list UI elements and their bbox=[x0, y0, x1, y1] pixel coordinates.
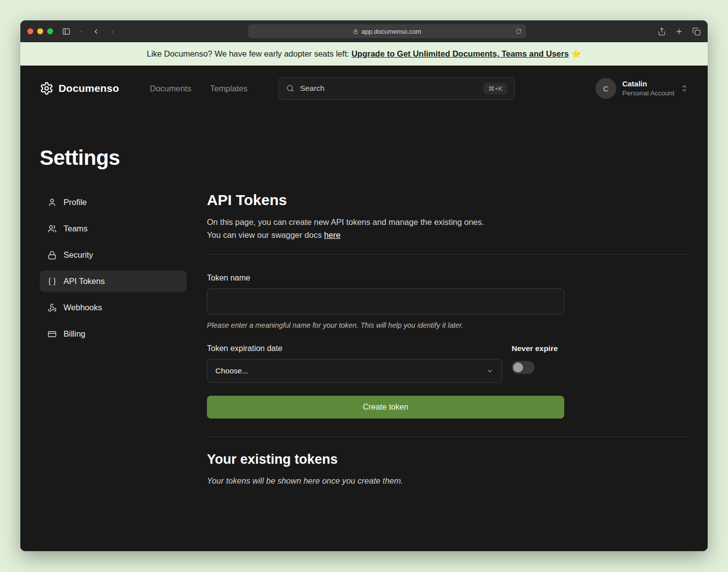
star-emoji: ⭐ bbox=[571, 49, 582, 58]
account-menu[interactable]: C Catalin Personal Account bbox=[596, 78, 688, 99]
lock-icon bbox=[48, 251, 57, 260]
browser-toolbar: app.documenso.com bbox=[20, 20, 708, 42]
zoom-window-button[interactable] bbox=[47, 28, 53, 34]
token-name-help: Please enter a meaningful name for your … bbox=[207, 321, 688, 329]
sidebar-item-security[interactable]: Security bbox=[40, 244, 187, 266]
never-expire-toggle[interactable] bbox=[512, 361, 534, 374]
search-label: Search bbox=[300, 84, 478, 93]
users-icon bbox=[48, 224, 57, 233]
section-description: On this page, you can create new API tok… bbox=[207, 215, 688, 241]
sidebar-toggle-icon[interactable] bbox=[62, 27, 70, 36]
sidebar-item-label: Profile bbox=[64, 198, 87, 207]
banner-text: Like Documenso? We have few early adopte… bbox=[147, 49, 351, 58]
settings-nav: Profile Teams Security bbox=[40, 192, 187, 486]
sidebar-chevron-icon[interactable] bbox=[78, 29, 84, 34]
forward-button[interactable] bbox=[108, 27, 117, 36]
braces-icon bbox=[48, 277, 57, 286]
account-type: Personal Account bbox=[622, 89, 674, 98]
token-name-input[interactable] bbox=[207, 288, 564, 314]
documenso-logo-icon bbox=[40, 81, 54, 95]
close-window-button[interactable] bbox=[27, 28, 33, 34]
expiration-selected-value: Choose... bbox=[215, 366, 248, 375]
sidebar-item-teams[interactable]: Teams bbox=[40, 218, 187, 239]
existing-tokens-empty-text: Your tokens will be shown here once you … bbox=[207, 476, 688, 486]
avatar: C bbox=[596, 78, 616, 99]
brand[interactable]: Documenso bbox=[40, 81, 119, 95]
toggle-knob bbox=[513, 362, 523, 372]
sidebar-item-label: Billing bbox=[64, 329, 85, 339]
url-text: app.documenso.com bbox=[361, 28, 421, 35]
divider bbox=[207, 436, 688, 437]
section-heading: API Tokens bbox=[207, 192, 688, 209]
app-page: Documenso Documents Templates Search ⌘+K… bbox=[20, 66, 708, 551]
upgrade-link[interactable]: Upgrade to Get Unlimited Documents, Team… bbox=[351, 49, 569, 58]
brand-name: Documenso bbox=[59, 82, 119, 94]
sidebar-item-label: Teams bbox=[64, 224, 88, 233]
swagger-docs-link[interactable]: here bbox=[324, 230, 340, 239]
expiration-select[interactable]: Choose... bbox=[207, 359, 502, 383]
chevrons-up-down-icon bbox=[680, 84, 688, 92]
create-token-button[interactable]: Create token bbox=[207, 396, 564, 419]
nav-templates[interactable]: Templates bbox=[210, 84, 247, 93]
window-controls bbox=[27, 28, 53, 34]
account-name: Catalin bbox=[622, 79, 674, 89]
ssl-lock-icon bbox=[353, 29, 358, 34]
search-shortcut-badge: ⌘+K bbox=[483, 83, 507, 94]
minimize-window-button[interactable] bbox=[37, 28, 43, 34]
back-button[interactable] bbox=[92, 27, 100, 36]
sidebar-item-webhooks[interactable]: Webhooks bbox=[40, 297, 187, 318]
divider bbox=[207, 254, 688, 255]
upgrade-banner: Like Documenso? We have few early adopte… bbox=[20, 42, 708, 66]
token-name-label: Token name bbox=[207, 274, 688, 283]
api-tokens-panel: API Tokens On this page, you can create … bbox=[207, 192, 688, 486]
user-icon bbox=[48, 198, 57, 207]
nav-documents[interactable]: Documents bbox=[150, 84, 191, 93]
app-header: Documenso Documents Templates Search ⌘+K… bbox=[40, 66, 688, 111]
reload-button[interactable] bbox=[516, 28, 522, 34]
search-input[interactable]: Search ⌘+K bbox=[278, 77, 515, 100]
sidebar-item-billing[interactable]: Billing bbox=[40, 323, 187, 345]
sidebar-item-label: API Tokens bbox=[64, 277, 105, 286]
sidebar-item-label: Webhooks bbox=[64, 303, 102, 312]
page-title: Settings bbox=[40, 146, 688, 170]
expiration-label: Token expiration date bbox=[207, 344, 502, 353]
credit-card-icon bbox=[48, 330, 57, 339]
share-button[interactable] bbox=[658, 27, 666, 36]
existing-tokens-heading: Your existing tokens bbox=[207, 452, 688, 467]
new-tab-button[interactable] bbox=[675, 27, 683, 36]
main-nav: Documents Templates bbox=[150, 84, 248, 93]
sidebar-item-api-tokens[interactable]: API Tokens bbox=[40, 271, 187, 292]
browser-window: app.documenso.com Like Documenso? We hav… bbox=[20, 20, 708, 551]
address-bar[interactable]: app.documenso.com bbox=[248, 24, 526, 38]
sidebar-item-label: Security bbox=[64, 250, 93, 260]
never-expire-label: Never expire bbox=[512, 344, 558, 353]
webhook-icon bbox=[48, 303, 57, 312]
chevron-down-icon bbox=[486, 367, 494, 375]
tab-overview-button[interactable] bbox=[692, 27, 701, 36]
search-icon bbox=[286, 84, 295, 93]
sidebar-item-profile[interactable]: Profile bbox=[40, 192, 187, 213]
